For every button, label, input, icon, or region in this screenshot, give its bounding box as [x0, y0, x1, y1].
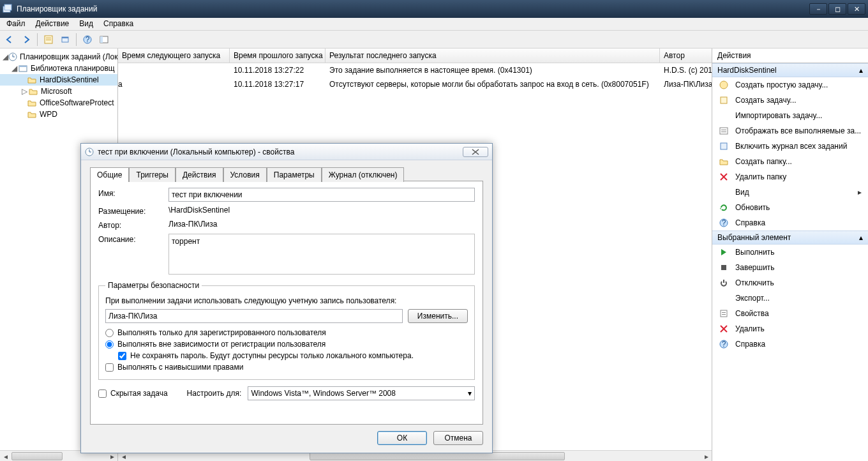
- scroll-thumb[interactable]: [11, 452, 63, 460]
- folder-icon: [28, 86, 38, 96]
- action-create-basic-task[interactable]: Создать простую задачу...: [712, 77, 868, 93]
- scroll-right-icon[interactable]: ▸: [701, 451, 712, 461]
- tree-library-label: Библиотека планировщ: [31, 64, 115, 73]
- action-show-running[interactable]: Отображать все выполняемые за...: [712, 123, 868, 139]
- dialog-close-button[interactable]: [463, 147, 488, 157]
- menu-file[interactable]: Файл: [1, 18, 31, 30]
- tab-history[interactable]: Журнал (отключен): [322, 167, 405, 182]
- action-properties[interactable]: Свойства: [712, 306, 868, 321]
- expand-icon[interactable]: ▷: [20, 87, 28, 96]
- action-delete[interactable]: Удалить: [712, 321, 868, 336]
- check-hidden-input[interactable]: [98, 389, 107, 398]
- tab-triggers[interactable]: Триггеры: [129, 167, 176, 182]
- svg-text:?: ?: [722, 218, 726, 227]
- tree-item-harddisksentinel[interactable]: HardDiskSentinel: [0, 74, 117, 86]
- action-delete-folder[interactable]: Удалить папку: [712, 169, 868, 185]
- location-value: \HardDiskSentinel: [168, 206, 475, 215]
- dialog-titlebar[interactable]: тест при включении (Локальный компьютер)…: [81, 144, 492, 160]
- radio-any-input[interactable]: [105, 340, 114, 349]
- svg-rect-17: [721, 130, 726, 130]
- action-export[interactable]: Экспорт...: [712, 291, 868, 306]
- action-help2[interactable]: ?Справка: [712, 336, 868, 352]
- delete-icon: [719, 324, 729, 334]
- cell-author: Лиза-ПК\Лиза: [660, 79, 712, 90]
- col-result[interactable]: Результат последнего запуска: [326, 49, 660, 63]
- radio-any[interactable]: Выполнять вне зависимости от регистрации…: [105, 340, 468, 349]
- radio-loggedon-input[interactable]: [105, 329, 114, 337]
- collapse-icon[interactable]: ◢: [3, 52, 8, 61]
- menu-help[interactable]: Справка: [98, 18, 138, 30]
- col-nextrun[interactable]: Время следующего запуска: [118, 49, 230, 63]
- action-end[interactable]: Завершить: [712, 260, 868, 275]
- table-row[interactable]: а 10.11.2018 13:27:17 Отсутствуют сервер…: [118, 77, 712, 91]
- tree-item-wpd[interactable]: WPD: [0, 109, 117, 120]
- chevron-down-icon: ▾: [468, 389, 472, 398]
- delete-icon: [719, 172, 729, 182]
- wizard-icon: [719, 80, 729, 90]
- label-location: Размещение:: [98, 206, 168, 216]
- svg-rect-22: [721, 265, 726, 270]
- collapse-icon[interactable]: ▴: [859, 66, 863, 75]
- preview-button[interactable]: [97, 33, 111, 47]
- tab-actions[interactable]: Действия: [176, 167, 223, 182]
- tree-library[interactable]: ◢ Библиотека планировщ: [0, 63, 117, 74]
- actions-group-selected[interactable]: Выбранный элемент ▴: [712, 230, 868, 245]
- change-user-button[interactable]: Изменить...: [408, 309, 468, 323]
- action-help[interactable]: ?Справка: [712, 215, 868, 230]
- check-highest[interactable]: Выполнять с наивысшими правами: [105, 363, 468, 372]
- minimize-button[interactable]: －: [809, 3, 827, 15]
- menu-action[interactable]: Действие: [31, 18, 75, 30]
- cell-result: Отсутствуют серверы, которые могли бы об…: [326, 79, 660, 90]
- help-button[interactable]: ?: [80, 33, 94, 47]
- action-enable-history[interactable]: Включить журнал всех заданий: [712, 139, 868, 154]
- toolbar: ?: [0, 31, 868, 49]
- export-button[interactable]: [58, 33, 72, 47]
- author-value: Лиза-ПК\Лиза: [168, 220, 475, 229]
- action-view[interactable]: Вид▸: [712, 185, 868, 200]
- check-highest-input[interactable]: [105, 363, 114, 372]
- table-row[interactable]: 10.11.2018 13:27:22 Это задание выполняе…: [118, 63, 712, 77]
- actions-group-harddisksentinel[interactable]: HardDiskSentinel ▴: [712, 63, 868, 77]
- toolbar-separator: [37, 33, 38, 46]
- col-lastrun[interactable]: Время прошлого запуска: [230, 49, 326, 63]
- col-author[interactable]: Автор: [660, 49, 712, 63]
- window-title: Планировщик заданий: [17, 4, 809, 13]
- account-field[interactable]: [105, 309, 403, 323]
- check-nopassword-input[interactable]: [118, 352, 126, 360]
- properties-button[interactable]: [41, 33, 56, 47]
- name-field[interactable]: [168, 188, 475, 202]
- description-field[interactable]: торрент: [168, 234, 475, 275]
- action-disable[interactable]: Отключить: [712, 275, 868, 291]
- tab-settings[interactable]: Параметры: [267, 167, 322, 182]
- check-hidden[interactable]: Скрытая задача: [98, 389, 168, 398]
- collapse-icon[interactable]: ◢: [10, 64, 18, 73]
- properties-icon: [719, 308, 729, 319]
- cancel-button[interactable]: Отмена: [433, 431, 483, 445]
- collapse-icon[interactable]: ▴: [859, 233, 863, 242]
- action-create-task[interactable]: Создать задачу...: [712, 93, 868, 108]
- menu-view[interactable]: Вид: [74, 18, 98, 30]
- ok-button[interactable]: ОК: [377, 431, 427, 445]
- configure-for-select[interactable]: Windows Vista™, Windows Server™ 2008 ▾: [248, 386, 475, 400]
- check-nopassword[interactable]: Не сохранять пароль. Будут доступны ресу…: [118, 351, 468, 360]
- tab-conditions[interactable]: Условия: [223, 167, 267, 182]
- action-new-folder[interactable]: Создать папку...: [712, 154, 868, 169]
- svg-rect-3: [46, 38, 51, 38]
- tab-general[interactable]: Общие: [90, 167, 129, 182]
- radio-loggedon[interactable]: Выполнять только для зарегистрированного…: [105, 328, 468, 337]
- forward-button[interactable]: [19, 33, 33, 47]
- refresh-icon: [719, 202, 729, 213]
- action-refresh[interactable]: Обновить: [712, 200, 868, 215]
- maximize-button[interactable]: ◻: [828, 3, 846, 15]
- tree-item-office[interactable]: OfficeSoftwareProtect: [0, 97, 117, 109]
- action-import-task[interactable]: Импортировать задачу...: [712, 108, 868, 123]
- view-icon: [719, 187, 729, 197]
- tree-item-microsoft[interactable]: ▷ Microsoft: [0, 86, 117, 97]
- close-button[interactable]: ✕: [848, 3, 865, 15]
- svg-rect-4: [46, 40, 51, 40]
- actions-pane: Действия HardDiskSentinel ▴ Создать прос…: [712, 49, 868, 461]
- tree-root[interactable]: ◢ Планировщик заданий (Лок: [0, 51, 117, 63]
- back-button[interactable]: [3, 33, 17, 47]
- action-run[interactable]: Выполнить: [712, 245, 868, 260]
- scroll-left-icon[interactable]: ◂: [0, 451, 11, 461]
